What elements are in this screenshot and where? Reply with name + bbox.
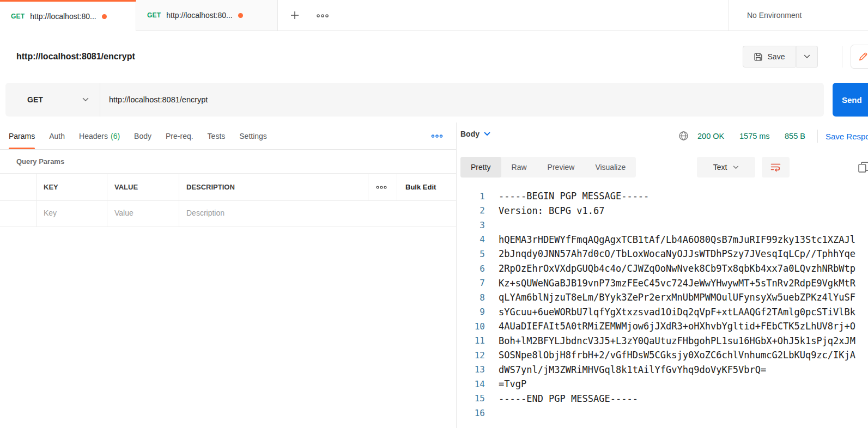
line-number: 15 bbox=[460, 393, 485, 403]
code-text: =TvgP bbox=[499, 378, 526, 389]
tab-label: Auth bbox=[49, 132, 65, 140]
code-text: SOSNpe8lObjH8frbH+2/vGfHDsW5CGksjy0XoZC6… bbox=[499, 350, 855, 360]
column-header-description: DESCRIPTION bbox=[186, 174, 235, 200]
code-text: 2RpOzEhrOxVXdpGUQb4c4o/CJWZqOoNwNvek8Cb9… bbox=[499, 263, 855, 274]
tab-tests[interactable]: Tests bbox=[208, 123, 226, 149]
tab-settings[interactable]: Settings bbox=[239, 123, 267, 149]
save-options-button[interactable] bbox=[796, 46, 818, 68]
query-params-table: KEY VALUE DESCRIPTION Bulk Edit Key Valu… bbox=[0, 173, 456, 227]
request-tab-inactive[interactable]: GET http://localhost:80... bbox=[136, 0, 278, 31]
code-text: dWS7ynl/jM3ZWRiMHVGql8k1tAilYfGvYhq9doVy… bbox=[499, 364, 766, 375]
response-body-label: Body bbox=[460, 130, 479, 138]
response-body-viewer[interactable]: 1-----BEGIN PGP MESSAGE----- 2Version: B… bbox=[460, 189, 855, 420]
format-selector[interactable]: Text bbox=[697, 157, 755, 178]
view-tab-pretty[interactable]: Pretty bbox=[460, 157, 501, 178]
tab-label: Settings bbox=[239, 132, 267, 140]
code-text: -----BEGIN PGP MESSAGE----- bbox=[499, 191, 649, 201]
tab-label: Headers bbox=[79, 132, 108, 140]
code-line: 16 bbox=[460, 406, 855, 420]
code-text: Boh+lM2BFYLJbdncV3J5+L3zY0QaUtuzFHbgohPL… bbox=[499, 335, 855, 346]
request-tabs: Params Auth Headers(6) Body Pre-req. Tes… bbox=[0, 123, 456, 150]
tab-body[interactable]: Body bbox=[134, 123, 151, 149]
line-number: 6 bbox=[460, 264, 485, 274]
line-number: 1 bbox=[460, 191, 485, 201]
tab-method-badge: GET bbox=[11, 13, 25, 20]
tab-label: Params bbox=[9, 132, 35, 140]
more-dots-icon bbox=[376, 185, 387, 189]
code-line: 9sYGcuu+6ueWORbU7lqfYgXtxzsvad1OiDq2qVpF… bbox=[460, 304, 855, 319]
globe-icon[interactable] bbox=[678, 131, 689, 141]
status-badge[interactable]: 200 OK bbox=[697, 132, 724, 140]
code-text: Version: BCPG v1.67 bbox=[499, 205, 604, 216]
panel-divider[interactable] bbox=[456, 123, 457, 428]
code-line: 4hQEMA3rHDEWYfFmqAQgAgxTCB1tAf/Lb4A6O80Q… bbox=[460, 233, 855, 247]
view-tab-raw[interactable]: Raw bbox=[501, 157, 537, 178]
request-tab-active[interactable]: GET http://localhost:80... bbox=[0, 0, 136, 31]
table-column-divider bbox=[179, 174, 179, 227]
line-number: 7 bbox=[460, 278, 485, 288]
table-more-button[interactable] bbox=[376, 185, 387, 189]
code-text: sYGcuu+6ueWORbU7lqfYgXtxzsvad1OiDq2qVpF+… bbox=[499, 307, 855, 317]
bulk-edit-button[interactable]: Bulk Edit bbox=[405, 174, 436, 200]
chevron-down-icon bbox=[804, 54, 810, 59]
meta-divider bbox=[817, 130, 818, 143]
table-row-divider bbox=[0, 200, 456, 201]
header-divider bbox=[842, 46, 842, 68]
wrap-lines-button[interactable] bbox=[762, 157, 790, 178]
line-number: 12 bbox=[460, 350, 485, 360]
request-title: http://localhost:8081/encrypt bbox=[16, 52, 135, 62]
request-tabs-more-button[interactable] bbox=[431, 123, 443, 149]
url-value: http://localhost:8081/encrypt bbox=[109, 95, 208, 104]
tab-label: Tests bbox=[208, 132, 226, 140]
url-input[interactable]: http://localhost:8081/encrypt bbox=[109, 83, 208, 117]
view-tab-preview[interactable]: Preview bbox=[537, 157, 585, 178]
copy-icon bbox=[858, 161, 868, 173]
code-line: 62RpOzEhrOxVXdpGUQb4c4o/CJWZqOoNwNvek8Cb… bbox=[460, 261, 855, 276]
line-number: 4 bbox=[460, 234, 485, 244]
send-button[interactable]: Send bbox=[833, 83, 868, 117]
line-number: 2 bbox=[460, 205, 485, 216]
environment-selector[interactable]: No Environment bbox=[729, 0, 868, 30]
floppy-icon bbox=[754, 52, 763, 62]
param-value-input[interactable]: Value bbox=[114, 200, 133, 226]
response-size[interactable]: 855 B bbox=[785, 132, 805, 140]
table-column-divider bbox=[107, 174, 107, 227]
save-button[interactable]: Save bbox=[743, 46, 796, 68]
tab-label: Pre-req. bbox=[166, 132, 193, 140]
line-number: 16 bbox=[460, 408, 485, 418]
code-text: Kz+sQUWeNGaBJB19vnP73mzFEeC45vc724JeWwYH… bbox=[499, 278, 855, 289]
line-number: 5 bbox=[460, 249, 485, 259]
tab-bar: GET http://localhost:80... GET http://lo… bbox=[0, 0, 868, 31]
code-line: 52bJnqdy0JNN57Ah7d0cO/TbLoxWocaNyOJJsWTD… bbox=[460, 247, 855, 261]
response-body-selector[interactable]: Body bbox=[460, 130, 490, 138]
tab-title: http://localhost:80... bbox=[30, 12, 96, 21]
line-number: 3 bbox=[460, 220, 485, 230]
response-time[interactable]: 1575 ms bbox=[739, 132, 770, 140]
add-tab-button[interactable] bbox=[287, 7, 303, 23]
more-dots-icon bbox=[316, 14, 329, 18]
send-button-label: Send bbox=[842, 95, 862, 105]
tab-bar-more-button[interactable] bbox=[316, 14, 329, 18]
code-line: 11Boh+lM2BFYLJbdncV3J5+L3zY0QaUtuzFHbgoh… bbox=[460, 333, 855, 348]
line-number: 13 bbox=[460, 364, 485, 375]
tab-pre-request[interactable]: Pre-req. bbox=[166, 123, 193, 149]
view-tab-label: Preview bbox=[548, 163, 575, 172]
view-tab-label: Pretty bbox=[471, 163, 491, 172]
view-tab-visualize[interactable]: Visualize bbox=[585, 157, 636, 178]
tab-params[interactable]: Params bbox=[9, 123, 35, 149]
param-key-input[interactable]: Key bbox=[44, 200, 57, 226]
copy-response-button[interactable] bbox=[858, 161, 868, 173]
plus-icon bbox=[290, 11, 299, 20]
save-response-button[interactable]: Save Response bbox=[825, 132, 868, 141]
code-line: 3 bbox=[460, 218, 855, 233]
tab-auth[interactable]: Auth bbox=[49, 123, 65, 149]
code-line: 104AUaDIEFAIt5A0tRMiZEMWMjow6jJXdR3+oHXh… bbox=[460, 319, 855, 334]
tab-method-badge: GET bbox=[147, 11, 161, 19]
method-selector[interactable]: GET bbox=[5, 83, 100, 117]
code-line: 8qLYAm6blNjzuT8eLm/BYyk3ZePr2erxMnUbMPWM… bbox=[460, 290, 855, 305]
param-description-input[interactable]: Description bbox=[186, 200, 224, 226]
tab-label: Body bbox=[134, 132, 151, 140]
table-column-divider bbox=[36, 174, 37, 227]
tab-headers[interactable]: Headers(6) bbox=[79, 123, 120, 149]
edit-request-button[interactable] bbox=[851, 45, 868, 69]
